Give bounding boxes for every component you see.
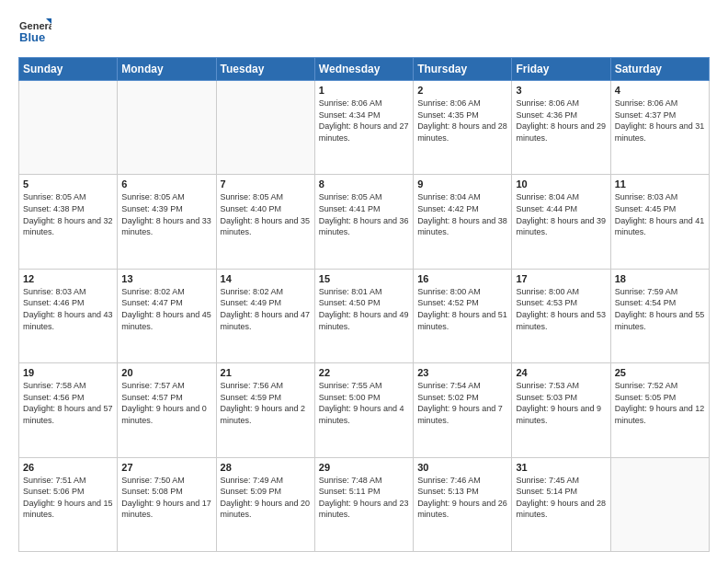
week-row: 26Sunrise: 7:51 AMSunset: 5:06 PMDayligh… (19, 457, 710, 551)
day-info: Sunrise: 7:48 AMSunset: 5:11 PMDaylight:… (319, 475, 409, 521)
day-cell (118, 81, 216, 175)
calendar-page: General Blue SundayMondayTuesdayWednesda… (0, 0, 728, 563)
day-info: Sunrise: 8:02 AMSunset: 4:49 PMDaylight:… (221, 286, 311, 332)
day-number: 21 (221, 367, 311, 378)
day-info: Sunrise: 8:04 AMSunset: 4:42 PMDaylight:… (417, 191, 507, 237)
day-cell: 21Sunrise: 7:56 AMSunset: 4:59 PMDayligh… (216, 363, 314, 457)
day-info: Sunrise: 7:51 AMSunset: 5:06 PMDaylight:… (23, 475, 113, 521)
day-number: 20 (121, 367, 211, 378)
day-cell: 18Sunrise: 7:59 AMSunset: 4:54 PMDayligh… (610, 269, 709, 362)
day-info: Sunrise: 8:06 AMSunset: 4:34 PMDaylight:… (319, 98, 409, 144)
week-row: 1Sunrise: 8:06 AMSunset: 4:34 PMDaylight… (19, 81, 710, 175)
day-cell: 6Sunrise: 8:05 AMSunset: 4:39 PMDaylight… (118, 175, 216, 269)
day-info: Sunrise: 8:01 AMSunset: 4:50 PMDaylight:… (319, 286, 409, 332)
day-cell: 20Sunrise: 7:57 AMSunset: 4:57 PMDayligh… (118, 363, 216, 457)
day-info: Sunrise: 8:03 AMSunset: 4:45 PMDaylight:… (615, 191, 705, 237)
day-number: 25 (615, 367, 705, 378)
day-number: 5 (23, 178, 113, 190)
day-number: 27 (121, 462, 211, 473)
day-cell: 27Sunrise: 7:50 AMSunset: 5:08 PMDayligh… (118, 457, 216, 551)
day-cell: 22Sunrise: 7:55 AMSunset: 5:00 PMDayligh… (314, 363, 413, 457)
day-number: 4 (615, 85, 705, 96)
day-info: Sunrise: 8:05 AMSunset: 4:41 PMDaylight:… (319, 191, 409, 237)
weekday-header: Thursday (414, 58, 512, 81)
day-number: 15 (319, 273, 409, 284)
day-cell: 4Sunrise: 8:06 AMSunset: 4:37 PMDaylight… (610, 81, 709, 175)
day-number: 22 (319, 367, 409, 378)
week-row: 5Sunrise: 8:05 AMSunset: 4:38 PMDaylight… (19, 175, 710, 269)
day-number: 10 (516, 178, 606, 190)
day-number: 7 (221, 178, 311, 190)
day-cell: 30Sunrise: 7:46 AMSunset: 5:13 PMDayligh… (414, 457, 512, 551)
day-info: Sunrise: 7:52 AMSunset: 5:05 PMDaylight:… (615, 380, 705, 426)
day-number: 3 (516, 85, 606, 96)
day-number: 23 (417, 367, 507, 378)
day-number: 29 (319, 462, 409, 473)
day-cell: 16Sunrise: 8:00 AMSunset: 4:52 PMDayligh… (414, 269, 512, 362)
day-number: 6 (121, 178, 211, 190)
week-row: 19Sunrise: 7:58 AMSunset: 4:56 PMDayligh… (19, 363, 710, 457)
day-info: Sunrise: 7:58 AMSunset: 4:56 PMDaylight:… (23, 380, 113, 426)
logo-svg: General Blue (18, 15, 51, 48)
day-number: 24 (516, 367, 606, 378)
day-number: 26 (23, 462, 113, 473)
weekday-header: Sunday (19, 58, 118, 81)
day-info: Sunrise: 8:00 AMSunset: 4:52 PMDaylight:… (417, 286, 507, 332)
day-cell: 9Sunrise: 8:04 AMSunset: 4:42 PMDaylight… (414, 175, 512, 269)
day-cell: 25Sunrise: 7:52 AMSunset: 5:05 PMDayligh… (610, 363, 709, 457)
day-info: Sunrise: 8:05 AMSunset: 4:40 PMDaylight:… (221, 191, 311, 237)
weekday-header: Friday (512, 58, 610, 81)
day-cell: 26Sunrise: 7:51 AMSunset: 5:06 PMDayligh… (19, 457, 118, 551)
day-cell: 7Sunrise: 8:05 AMSunset: 4:40 PMDaylight… (216, 175, 314, 269)
day-cell: 13Sunrise: 8:02 AMSunset: 4:47 PMDayligh… (118, 269, 216, 362)
day-cell (19, 81, 118, 175)
day-cell: 2Sunrise: 8:06 AMSunset: 4:35 PMDaylight… (414, 81, 512, 175)
day-cell: 1Sunrise: 8:06 AMSunset: 4:34 PMDaylight… (314, 81, 413, 175)
day-cell: 31Sunrise: 7:45 AMSunset: 5:14 PMDayligh… (512, 457, 610, 551)
day-info: Sunrise: 8:06 AMSunset: 4:37 PMDaylight:… (615, 98, 705, 144)
day-number: 16 (417, 273, 507, 284)
day-info: Sunrise: 7:56 AMSunset: 4:59 PMDaylight:… (221, 380, 311, 426)
day-number: 12 (23, 273, 113, 284)
day-info: Sunrise: 8:06 AMSunset: 4:35 PMDaylight:… (417, 98, 507, 144)
day-cell (610, 457, 709, 551)
day-cell: 23Sunrise: 7:54 AMSunset: 5:02 PMDayligh… (414, 363, 512, 457)
day-info: Sunrise: 7:45 AMSunset: 5:14 PMDaylight:… (516, 475, 606, 521)
day-cell: 10Sunrise: 8:04 AMSunset: 4:44 PMDayligh… (512, 175, 610, 269)
day-info: Sunrise: 8:04 AMSunset: 4:44 PMDaylight:… (516, 191, 606, 237)
weekday-header: Saturday (610, 58, 709, 81)
day-info: Sunrise: 8:05 AMSunset: 4:39 PMDaylight:… (121, 191, 211, 237)
day-number: 11 (615, 178, 705, 190)
day-number: 1 (319, 85, 409, 96)
day-cell: 19Sunrise: 7:58 AMSunset: 4:56 PMDayligh… (19, 363, 118, 457)
day-cell: 5Sunrise: 8:05 AMSunset: 4:38 PMDaylight… (19, 175, 118, 269)
day-cell (216, 81, 314, 175)
day-cell: 28Sunrise: 7:49 AMSunset: 5:09 PMDayligh… (216, 457, 314, 551)
logo-container: General Blue (18, 15, 51, 48)
day-number: 31 (516, 462, 606, 473)
day-info: Sunrise: 7:55 AMSunset: 5:00 PMDaylight:… (319, 380, 409, 426)
weekday-header: Tuesday (216, 58, 314, 81)
day-info: Sunrise: 7:57 AMSunset: 4:57 PMDaylight:… (121, 380, 211, 426)
day-cell: 29Sunrise: 7:48 AMSunset: 5:11 PMDayligh… (314, 457, 413, 551)
day-cell: 14Sunrise: 8:02 AMSunset: 4:49 PMDayligh… (216, 269, 314, 362)
header: General Blue (18, 15, 710, 48)
day-info: Sunrise: 7:50 AMSunset: 5:08 PMDaylight:… (121, 475, 211, 521)
day-number: 17 (516, 273, 606, 284)
svg-text:Blue: Blue (19, 30, 45, 44)
day-info: Sunrise: 8:00 AMSunset: 4:53 PMDaylight:… (516, 286, 606, 332)
day-info: Sunrise: 7:54 AMSunset: 5:02 PMDaylight:… (417, 380, 507, 426)
day-info: Sunrise: 8:02 AMSunset: 4:47 PMDaylight:… (121, 286, 211, 332)
day-cell: 17Sunrise: 8:00 AMSunset: 4:53 PMDayligh… (512, 269, 610, 362)
day-number: 14 (221, 273, 311, 284)
day-info: Sunrise: 8:06 AMSunset: 4:36 PMDaylight:… (516, 98, 606, 144)
day-cell: 24Sunrise: 7:53 AMSunset: 5:03 PMDayligh… (512, 363, 610, 457)
day-number: 28 (221, 462, 311, 473)
week-row: 12Sunrise: 8:03 AMSunset: 4:46 PMDayligh… (19, 269, 710, 362)
day-number: 2 (417, 85, 507, 96)
day-number: 19 (23, 367, 113, 378)
day-number: 8 (319, 178, 409, 190)
day-number: 18 (615, 273, 705, 284)
day-cell: 15Sunrise: 8:01 AMSunset: 4:50 PMDayligh… (314, 269, 413, 362)
day-cell: 3Sunrise: 8:06 AMSunset: 4:36 PMDaylight… (512, 81, 610, 175)
